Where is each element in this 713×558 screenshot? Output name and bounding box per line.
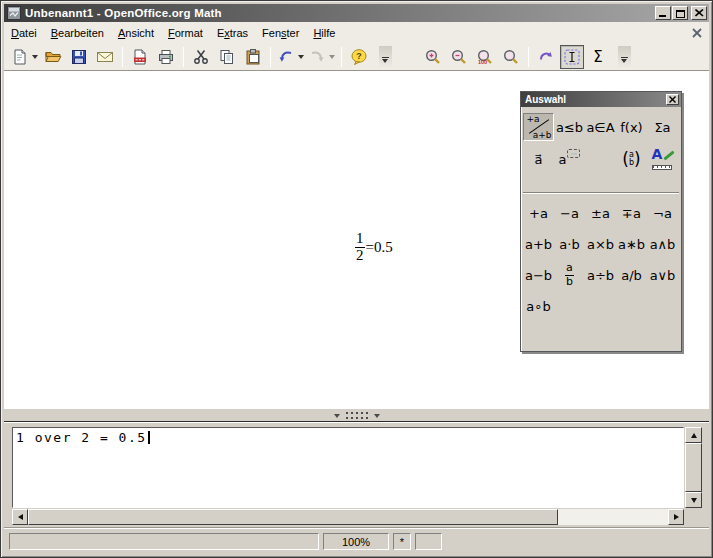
vertical-scrollbar-thumb[interactable] (685, 443, 702, 492)
selection-palette: Auswahl +aa+ba≤ba∈Af(x)Σaa⃗a···(ab)A+a−a… (520, 91, 682, 352)
arrow-down-icon (691, 498, 697, 503)
command-vertical-scrollbar[interactable] (685, 427, 702, 508)
title-bar[interactable]: Unbenannt1 - OpenOffice.org Math (4, 4, 709, 22)
copy-button[interactable] (215, 45, 239, 69)
status-panel-main (9, 533, 319, 550)
status-zoom[interactable]: 100% (323, 533, 389, 550)
cut-button[interactable] (189, 45, 213, 69)
paste-button[interactable] (241, 45, 265, 69)
palette-symbol-1-1[interactable]: a·b (554, 230, 585, 258)
cut-icon (192, 48, 210, 66)
chevron-down-icon[interactable] (298, 55, 304, 59)
splitter-bar[interactable] (4, 408, 709, 421)
category-unary-binary-operators[interactable]: +aa+b (523, 113, 554, 141)
palette-title-bar[interactable]: Auswahl (521, 92, 681, 107)
palette-symbol-2-4[interactable]: a∨b (647, 261, 678, 289)
command-panel: 1 over 2 = 0.5 (4, 421, 709, 527)
command-input[interactable]: 1 over 2 = 0.5 (12, 427, 684, 508)
toolbar-separator (270, 47, 271, 67)
formula-denominator: 2 (355, 247, 365, 264)
toolbar-options-button[interactable] (373, 45, 397, 69)
minimize-button[interactable] (655, 6, 671, 20)
palette-symbol-0-2[interactable]: ±a (585, 199, 616, 227)
symbols-button[interactable]: Σ (586, 45, 610, 69)
zoom-out-button[interactable] (447, 45, 471, 69)
export-pdf-button[interactable] (128, 45, 152, 69)
category-set-operations[interactable]: a∈A (585, 113, 616, 141)
scroll-left-button[interactable] (12, 509, 28, 525)
application-window: Unbenannt1 - OpenOffice.org Math DateiBe… (0, 0, 713, 558)
splitter-handle[interactable] (334, 412, 380, 419)
menu-ansicht[interactable]: Ansicht (111, 24, 161, 42)
splitter-triangle-icon (374, 414, 380, 418)
update-view-button[interactable] (534, 45, 558, 69)
sigma-icon: Σ (593, 48, 602, 66)
toolbar-options-2-button[interactable] (612, 45, 636, 69)
copy-icon (218, 48, 236, 66)
palette-symbol-0-1[interactable]: −a (554, 199, 585, 227)
redo-button[interactable] (307, 45, 336, 69)
palette-close-button[interactable] (666, 94, 679, 105)
zoom-button[interactable] (499, 45, 523, 69)
new-document-button[interactable] (10, 45, 39, 69)
palette-symbol-1-0[interactable]: a+b (523, 230, 554, 258)
formula-display: 1 2 =0.5 (355, 231, 393, 264)
toolbar-gap (398, 56, 420, 57)
print-button[interactable] (154, 45, 178, 69)
close-button[interactable] (691, 6, 707, 20)
app-icon (7, 6, 21, 20)
text-caret (148, 431, 150, 444)
category-formats[interactable]: A (647, 145, 678, 173)
palette-symbol-2-3[interactable]: a/b (616, 261, 647, 289)
scroll-up-button[interactable] (685, 427, 702, 443)
palette-symbol-1-2[interactable]: a×b (585, 230, 616, 258)
palette-symbol-2-2[interactable]: a÷b (585, 261, 616, 289)
zoom-100-icon: 100 (476, 48, 494, 66)
splitter-dots-icon (346, 412, 368, 419)
scroll-right-button[interactable] (668, 509, 684, 525)
save-button[interactable] (67, 45, 91, 69)
toolbar-separator (528, 47, 529, 67)
refresh-arrow-icon (537, 48, 555, 66)
maximize-button[interactable] (672, 6, 688, 20)
menu-hilfe[interactable]: Hilfe (306, 24, 342, 42)
menu-bearbeiten[interactable]: Bearbeiten (44, 24, 111, 42)
palette-symbol-2-0[interactable]: a−b (523, 261, 554, 289)
category-operators[interactable]: Σa (647, 113, 678, 141)
palette-symbol-3-0[interactable]: a∘b (523, 292, 554, 320)
palette-symbol-0-0[interactable]: +a (523, 199, 554, 227)
zoom-in-button[interactable] (421, 45, 445, 69)
menu-datei[interactable]: Datei (4, 24, 44, 42)
formula-cursor-button[interactable] (560, 45, 584, 69)
zoom-out-icon (450, 48, 468, 66)
chevron-down-icon[interactable] (32, 55, 38, 59)
help-button[interactable]: ? (347, 45, 371, 69)
close-document-icon[interactable] (692, 28, 702, 38)
palette-symbol-1-3[interactable]: a∗b (616, 230, 647, 258)
palette-symbol-0-3[interactable]: ∓a (616, 199, 647, 227)
zoom-icon (502, 48, 520, 66)
open-button[interactable] (41, 45, 65, 69)
menu-extras[interactable]: Extras (210, 24, 255, 42)
export-pdf-icon (131, 48, 149, 66)
command-horizontal-scrollbar[interactable] (12, 509, 684, 525)
category-others[interactable]: a··· (554, 145, 585, 173)
menu-format[interactable]: Format (161, 24, 210, 42)
horizontal-scrollbar-thumb[interactable] (28, 509, 558, 525)
category-functions[interactable]: f(x) (616, 113, 647, 141)
email-button[interactable] (93, 45, 117, 69)
category-relations[interactable]: a≤b (554, 113, 585, 141)
toolbar-separator (183, 47, 184, 67)
menu-fenster[interactable]: Fenster (255, 24, 306, 42)
chevron-down-icon[interactable] (329, 55, 335, 59)
category-attributes[interactable]: a⃗ (523, 145, 554, 173)
palette-symbol-1-4[interactable]: a∧b (647, 230, 678, 258)
scroll-down-button[interactable] (685, 492, 702, 508)
category-brackets[interactable]: (ab) (616, 145, 647, 173)
palette-symbol-0-4[interactable]: ¬a (647, 199, 678, 227)
undo-button[interactable] (276, 45, 305, 69)
overflow-arrow-icon (618, 46, 631, 68)
zoom-100-button[interactable]: 100 (473, 45, 497, 69)
palette-symbol-2-1[interactable]: ab (554, 261, 585, 289)
splitter-triangle-icon (334, 414, 340, 418)
